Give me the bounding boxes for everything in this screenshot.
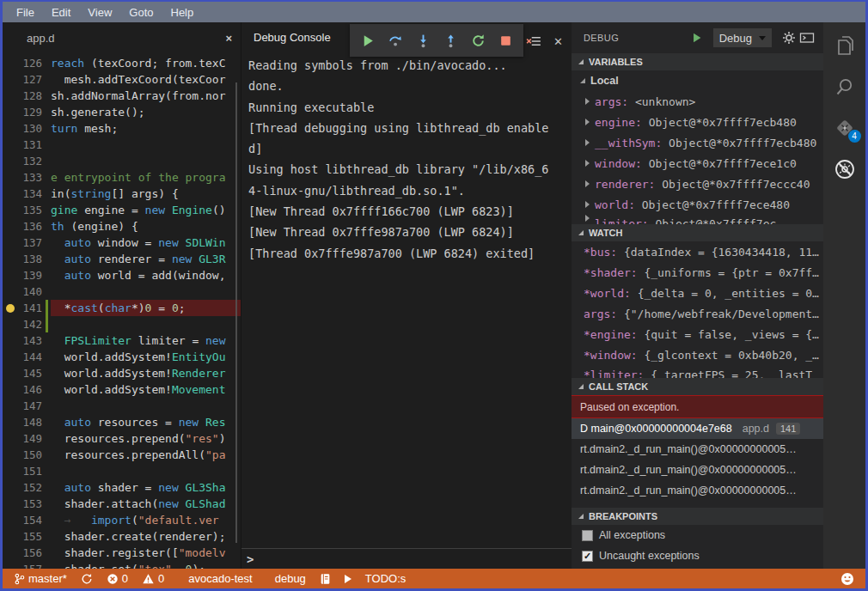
launch-config-dropdown[interactable]: Debug [713,28,772,47]
breakpoint-gutter[interactable] [3,55,18,71]
code-line[interactable]: 154 → import("default.ver [3,512,241,528]
breakpoint-gutter[interactable] [3,104,18,120]
breakpoint-gutter[interactable] [3,218,18,235]
feedback-item[interactable] [836,569,859,588]
debug-mode-item[interactable]: debug [271,569,310,588]
breakpoint-gutter[interactable] [3,430,18,447]
breakpoint-gutter[interactable] [3,496,18,512]
variable-row[interactable]: args: <unknown> [572,91,823,112]
breakpoint-gutter[interactable] [3,202,18,218]
code-line[interactable]: 146 world.addSystem!Movement [3,381,241,398]
code-line[interactable]: 131 [3,137,241,153]
breakpoint-gutter[interactable] [3,235,18,251]
code-line[interactable]: 140 [3,283,241,300]
restart-button[interactable] [467,29,489,52]
breakpoint-row[interactable]: ✓Uncaught exceptions [572,545,823,566]
step-into-button[interactable] [412,29,434,52]
clear-console-button[interactable] [523,30,545,52]
errors-item[interactable]: 0 [102,569,132,588]
code-line[interactable]: 157 shader.set("tex", 0); [3,561,241,569]
breakpoint-row[interactable]: All exceptions [572,525,823,545]
variable-row[interactable]: world: Object@*0x7ffff7ece480 [572,194,823,215]
code-line[interactable]: 148 auto resources = new Res [3,414,241,430]
watch-row[interactable]: *shader: {_uniforms = {ptr = 0x7ff… [572,262,823,283]
panel-close-icon[interactable]: ✕ [553,35,563,48]
todo-item[interactable]: TODO:s [361,569,410,588]
code-line[interactable]: 136th (engine) { [3,218,241,235]
breakpoint-gutter[interactable] [3,349,18,365]
expand-icon[interactable] [585,139,590,146]
code-line[interactable]: 147 [3,398,241,414]
breakpoint-gutter[interactable] [3,528,18,545]
variable-row[interactable]: renderer: Object@*0x7ffff7eccc40 [572,174,823,194]
code-line[interactable]: 149 resources.prepend("res") [3,430,241,447]
expand-icon[interactable] [585,201,590,208]
watch-row[interactable]: *limiter: {_targetFPS = 25, _lastT [572,365,823,378]
menu-help[interactable]: Help [162,4,203,21]
breakpoint-gutter[interactable] [3,137,18,153]
expand-icon[interactable] [585,160,590,167]
debug-view-button[interactable] [834,158,856,180]
start-debug-icon[interactable] [691,32,703,44]
section-call-stack[interactable]: CALL STACK [572,378,823,395]
stop-button[interactable] [494,29,517,52]
code-line[interactable]: 145 world.addSystem!Renderer [3,365,241,381]
expand-icon[interactable] [585,180,590,187]
code-line[interactable]: 137 auto window = new SDLWin [3,235,241,251]
tab-close-icon[interactable]: × [225,32,232,45]
breakpoint-gutter[interactable] [3,186,18,202]
code-line[interactable]: 138 auto renderer = new GL3R [3,251,241,267]
search-button[interactable] [834,76,856,98]
breakpoint-checkbox[interactable]: ✓ [582,551,593,562]
breakpoint-gutter[interactable] [3,398,18,414]
watch-row[interactable]: *engine: {quit = false, _views = {… [572,324,823,344]
variable-row[interactable]: window: Object@*0x7ffff7ece1c0 [572,153,823,174]
scope-local[interactable]: Local [572,70,823,91]
code-line[interactable]: 141 *cast(char*)0 = 0; [3,300,241,316]
breakpoint-gutter[interactable] [3,463,18,479]
expand-icon[interactable] [585,215,590,222]
code-line[interactable]: 129sh.generate(); [3,104,241,120]
breakpoint-gutter[interactable] [3,71,18,88]
breakpoint-gutter[interactable] [3,447,18,463]
breakpoint-gutter[interactable] [3,283,18,300]
code-line[interactable]: 134in(string[] args) { [3,186,241,202]
code-line[interactable]: 153 shader.attach(new GLShad [3,496,241,512]
breakpoint-gutter[interactable] [3,332,18,349]
stack-frame[interactable]: rt.dmain2._d_run_main()@0x00000000005… [572,480,823,501]
code-line[interactable]: 130turn mesh; [3,120,241,137]
code-line[interactable]: 150 resources.prependAll("pa [3,447,241,463]
breakpoint-gutter[interactable] [3,153,18,169]
code-line[interactable]: 144 world.addSystem!EntityOu [3,349,241,365]
watch-row[interactable]: *world: {_delta = 0, _entities = 0… [572,283,823,303]
code-line[interactable]: 142 [3,316,241,332]
stack-frame[interactable]: rt.dmain2._d_run_main()@0x00000000005… [572,460,823,480]
code-line[interactable]: 152 auto shader = new GL3Sha [3,479,241,496]
breakpoint-gutter[interactable] [3,561,18,569]
code-line[interactable]: 128sh.addNormalArray(from.nor [3,88,241,104]
project-item[interactable]: avocado-test [184,569,256,588]
breakpoint-gutter[interactable] [3,365,18,381]
stack-frame[interactable]: D main@0x00000000004e7e68app.d141 [572,418,823,439]
breakpoint-gutter[interactable] [3,414,18,430]
section-breakpoints[interactable]: BREAKPOINTS [572,508,823,525]
menu-goto[interactable]: Goto [120,4,162,21]
breakpoint-gutter[interactable] [3,267,18,283]
variable-row[interactable]: engine: Object@*0x7ffff7ecb480 [572,112,823,132]
code-editor[interactable]: 126reach (texCoord; from.texC127 mesh.ad… [3,53,241,569]
console-input[interactable]: > [241,548,572,569]
breakpoint-gutter[interactable] [3,316,18,332]
editor-scrollbar[interactable] [235,82,237,543]
warnings-item[interactable]: 0 [138,569,168,588]
explorer-button[interactable] [834,34,856,57]
watch-row[interactable]: *window: {_glcontext = 0xb40b20, _… [572,344,823,365]
expand-icon[interactable] [585,98,590,105]
section-variables[interactable]: VARIABLES [572,53,823,70]
variable-row[interactable]: limiter: Object@*0x7ffff7ec... [572,215,823,224]
code-line[interactable]: 132 [3,153,241,169]
step-out-button[interactable] [439,29,462,52]
breakpoint-gutter[interactable] [3,300,18,316]
variable-row[interactable]: __withSym: Object@*0x7ffff7ecb480 [572,132,823,153]
watch-row[interactable]: args: {"/home/webfreak/Development… [572,303,823,324]
breakpoint-gutter[interactable] [3,169,18,186]
